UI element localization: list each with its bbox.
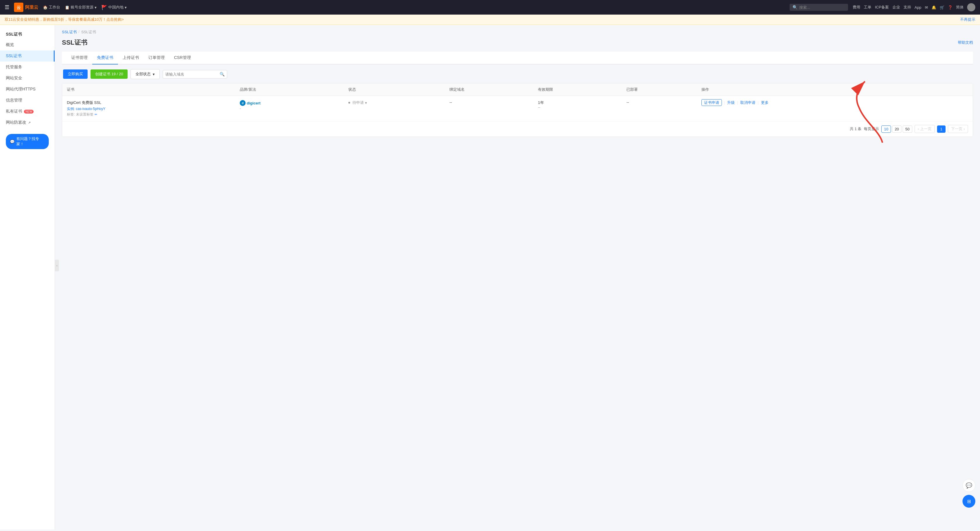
ask-expert-btn[interactable]: 💬 有问题？找专家！ bbox=[6, 134, 49, 149]
float-grid-btn[interactable]: ⊞ bbox=[963, 495, 975, 508]
prev-page-btn[interactable]: ‹ 上一页 bbox=[915, 125, 935, 133]
cert-domain: -- bbox=[449, 100, 452, 105]
tabs-bar: 证书管理 免费证书 上传证书 订单管理 CSR管理 bbox=[62, 52, 973, 65]
page-size-buttons: 10 20 50 bbox=[881, 125, 912, 133]
tab-upload-cert[interactable]: 上传证书 bbox=[118, 52, 144, 65]
domain-search-icon[interactable]: 🔍 bbox=[220, 72, 224, 76]
sidebar-item-ssl[interactable]: SSL证书 bbox=[0, 51, 55, 62]
help-doc-link[interactable]: 帮助文档 bbox=[958, 40, 973, 45]
sidebar-toggle-btn[interactable]: ‹ bbox=[55, 260, 59, 271]
sidebar-item-info-manage[interactable]: 信息管理 bbox=[0, 95, 55, 106]
current-page-btn[interactable]: 1 bbox=[937, 125, 945, 133]
avatar[interactable] bbox=[967, 3, 975, 11]
nav-right-links: 费用 工单 ICP备案 企业 支持 App ✉ 🔔 🛒 ❓ 简体 bbox=[853, 3, 975, 11]
more-actions-btn[interactable]: 更多 bbox=[761, 100, 768, 105]
next-icon: › bbox=[964, 127, 965, 131]
breadcrumb-ssl-cert[interactable]: SSL证书 bbox=[62, 30, 77, 35]
edit-tag-icon[interactable]: ✏ bbox=[95, 113, 97, 116]
search-icon: 🔍 bbox=[792, 5, 797, 10]
sidebar-item-proxy-https[interactable]: 网站代理HTTPS bbox=[0, 84, 55, 95]
nav-support[interactable]: 支持 bbox=[904, 5, 911, 10]
th-domain: 绑定域名 bbox=[445, 84, 533, 96]
status-dot bbox=[348, 102, 350, 103]
breadcrumb: SSL证书 / SSL证书 bbox=[62, 30, 973, 35]
table-header-row: 证书 品牌/算法 状态 绑定域名 有效期限 已部署 操作 bbox=[62, 84, 973, 96]
td-deployed: -- bbox=[622, 96, 697, 121]
td-cert-info: DigiCert 免费版 SSL 实例: cas-ivauto-5pHoyY 标… bbox=[62, 96, 235, 121]
certificate-list-table: 证书 品牌/算法 状态 绑定域名 有效期限 已部署 操作 DigiCert bbox=[62, 84, 973, 121]
table-row: DigiCert 免费版 SSL 实例: cas-ivauto-5pHoyY 标… bbox=[62, 96, 973, 121]
nav-account-resources[interactable]: 📋 账号全部资源 ▾ bbox=[65, 5, 97, 10]
page-size-10[interactable]: 10 bbox=[881, 125, 891, 133]
main-content: SSL证书 / SSL证书 SSL证书 帮助文档 证书管理 免费证书 上传证书 … bbox=[55, 25, 980, 529]
pagination: 共 1 条 每页显示 10 20 50 ‹ 上一页 1 下一页 › bbox=[62, 121, 973, 136]
sidebar-item-private-cert[interactable]: 私有证书 NEW bbox=[0, 106, 55, 117]
nav-region[interactable]: 🚩 中国内地 ▾ bbox=[101, 5, 127, 10]
tab-csr-manage[interactable]: CSR管理 bbox=[169, 52, 196, 65]
cert-name: DigiCert 免费版 SSL bbox=[67, 100, 231, 105]
domain-search[interactable]: 🔍 bbox=[163, 70, 227, 78]
td-actions: 证书申请 | 升级 | 取消申请 | 更多 bbox=[697, 96, 973, 121]
cert-instance: 实例: cas-ivauto-5pHoyY bbox=[67, 106, 231, 111]
logo: 云 阿里云 bbox=[14, 3, 38, 12]
search-bar[interactable]: 🔍 bbox=[790, 4, 848, 11]
pagination-per-page-label: 每页显示 bbox=[864, 126, 879, 132]
cert-apply-btn[interactable]: 证书申请 bbox=[702, 99, 722, 106]
sidebar-item-site-security[interactable]: 网站安全 bbox=[0, 73, 55, 84]
top-navigation: ☰ 云 阿里云 🏠 工作台 📋 账号全部资源 ▾ 🚩 中国内地 ▾ 🔍 费用 工… bbox=[0, 0, 980, 14]
digicert-logo: d digicert bbox=[240, 100, 339, 106]
promo-banner: 双11云安全促销特惠，新购低至5折，等保套餐最高减10万！点击抢购> 不再提示 bbox=[0, 14, 980, 25]
flag-icon: 🚩 bbox=[101, 5, 107, 10]
nav-bell-icon[interactable]: 🔔 bbox=[932, 5, 936, 10]
page-size-50[interactable]: 50 bbox=[903, 125, 912, 133]
cert-deployed: -- bbox=[626, 100, 629, 105]
banner-text: 双11云安全促销特惠，新购低至5折，等保套餐最高减10万！点击抢购> bbox=[5, 17, 124, 22]
svg-text:云: 云 bbox=[17, 5, 21, 10]
create-cert-button[interactable]: 创建证书 19 / 20 bbox=[91, 70, 127, 79]
pagination-total: 共 1 条 bbox=[850, 126, 861, 132]
nav-lang[interactable]: 简体 bbox=[956, 5, 964, 10]
nav-enterprise[interactable]: 企业 bbox=[892, 5, 900, 10]
search-input[interactable] bbox=[799, 5, 840, 10]
float-chat-btn[interactable]: 💬 bbox=[963, 479, 975, 492]
nav-help-icon[interactable]: ❓ bbox=[948, 5, 953, 10]
nav-app[interactable]: App bbox=[915, 5, 921, 10]
th-cert: 证书 bbox=[62, 84, 235, 96]
main-layout: SSL证书 概览 SSL证书 托管服务 网站安全 网站代理HTTPS 信息管理 … bbox=[0, 25, 980, 529]
sidebar-item-managed[interactable]: 托管服务 bbox=[0, 62, 55, 73]
domain-search-input[interactable] bbox=[165, 70, 218, 78]
page-title: SSL证书 bbox=[62, 38, 88, 47]
digicert-icon: d bbox=[240, 100, 246, 106]
nav-workbench[interactable]: 🏠 工作台 bbox=[43, 5, 60, 10]
table-section: 证书 品牌/算法 状态 绑定域名 有效期限 已部署 操作 DigiCert bbox=[62, 83, 973, 137]
tab-free-cert[interactable]: 免费证书 bbox=[92, 52, 118, 65]
nav-cost[interactable]: 费用 bbox=[853, 5, 860, 10]
upgrade-btn[interactable]: 升级 bbox=[727, 100, 735, 105]
banner-close-btn[interactable]: 不再提示 bbox=[960, 17, 975, 22]
status-pending: 待申请 ▾ bbox=[348, 100, 440, 105]
status-filter-select[interactable]: 全部状态 ▾ bbox=[130, 69, 160, 79]
hamburger-icon[interactable]: ☰ bbox=[5, 4, 10, 11]
buy-now-button[interactable]: 立即购买 bbox=[63, 70, 88, 79]
status-chevron-icon[interactable]: ▾ bbox=[365, 101, 367, 105]
account-icon: 📋 bbox=[65, 5, 70, 10]
chevron-down-icon: ▾ bbox=[95, 5, 97, 10]
th-deployed: 已部署 bbox=[622, 84, 697, 96]
nav-mail-icon[interactable]: ✉ bbox=[925, 5, 928, 10]
next-page-btn[interactable]: 下一页 › bbox=[948, 125, 968, 133]
home-icon: 🏠 bbox=[43, 5, 48, 10]
cancel-apply-btn[interactable]: 取消申请 bbox=[740, 100, 756, 105]
sidebar-item-tamper-proof[interactable]: 网站防篡改 ↗ bbox=[0, 117, 55, 128]
tab-order-manage[interactable]: 订单管理 bbox=[144, 52, 169, 65]
sidebar-item-overview[interactable]: 概览 bbox=[0, 40, 55, 51]
page-size-20[interactable]: 20 bbox=[892, 125, 902, 133]
chat-icon: 💬 bbox=[10, 139, 14, 144]
nav-icp[interactable]: ICP备案 bbox=[875, 5, 889, 10]
breadcrumb-separator: / bbox=[78, 30, 80, 35]
page-header: SSL证书 帮助文档 bbox=[62, 38, 973, 47]
tab-cert-manage[interactable]: 证书管理 bbox=[67, 52, 92, 65]
nav-ticket[interactable]: 工单 bbox=[864, 5, 871, 10]
nav-cart-icon[interactable]: 🛒 bbox=[940, 5, 944, 10]
sidebar: SSL证书 概览 SSL证书 托管服务 网站安全 网站代理HTTPS 信息管理 … bbox=[0, 25, 55, 529]
th-validity: 有效期限 bbox=[533, 84, 622, 96]
